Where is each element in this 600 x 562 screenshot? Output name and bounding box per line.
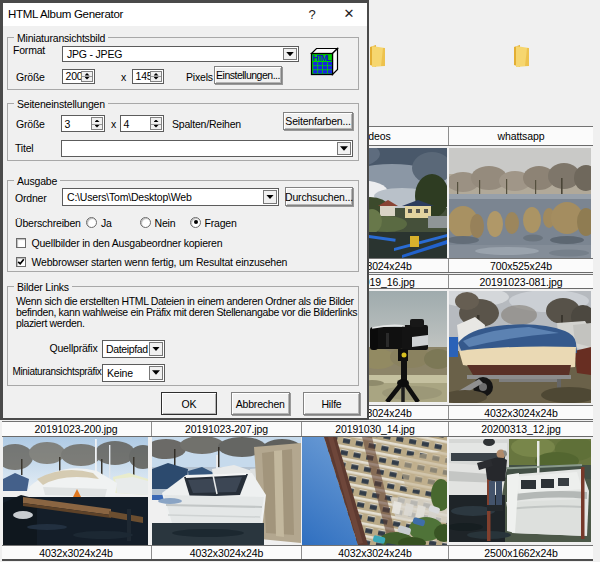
svg-text:HTML: HTML bbox=[313, 53, 332, 63]
